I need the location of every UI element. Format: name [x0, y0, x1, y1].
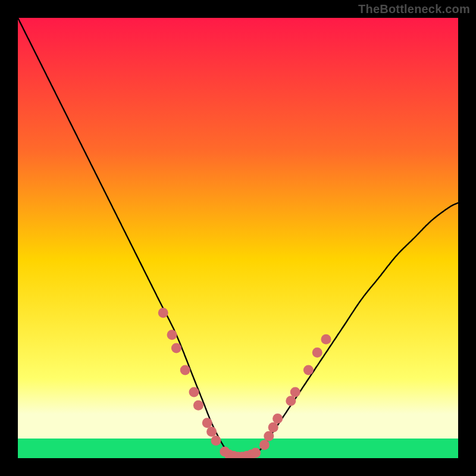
- data-marker: [206, 427, 217, 437]
- watermark-text: TheBottleneck.com: [358, 2, 470, 16]
- data-marker: [321, 334, 331, 345]
- data-marker: [264, 431, 274, 441]
- data-marker: [180, 365, 190, 375]
- data-marker: [259, 440, 270, 450]
- chart-frame: TheBottleneck.com: [0, 0, 476, 476]
- data-marker: [211, 436, 221, 446]
- data-marker: [303, 365, 314, 375]
- data-marker: [290, 387, 300, 397]
- data-marker: [193, 400, 203, 411]
- bottleneck-curve: [18, 18, 458, 458]
- data-marker: [286, 396, 296, 406]
- data-marker: [167, 330, 177, 340]
- data-marker: [171, 343, 181, 353]
- data-marker: [312, 347, 322, 358]
- data-marker: [189, 387, 199, 397]
- data-marker: [202, 418, 212, 428]
- data-marker: [268, 422, 278, 433]
- data-marker: [158, 308, 168, 318]
- curve-layer: [18, 18, 458, 458]
- data-marker: [250, 448, 261, 458]
- data-marker: [273, 414, 283, 424]
- plot-area: [18, 18, 458, 458]
